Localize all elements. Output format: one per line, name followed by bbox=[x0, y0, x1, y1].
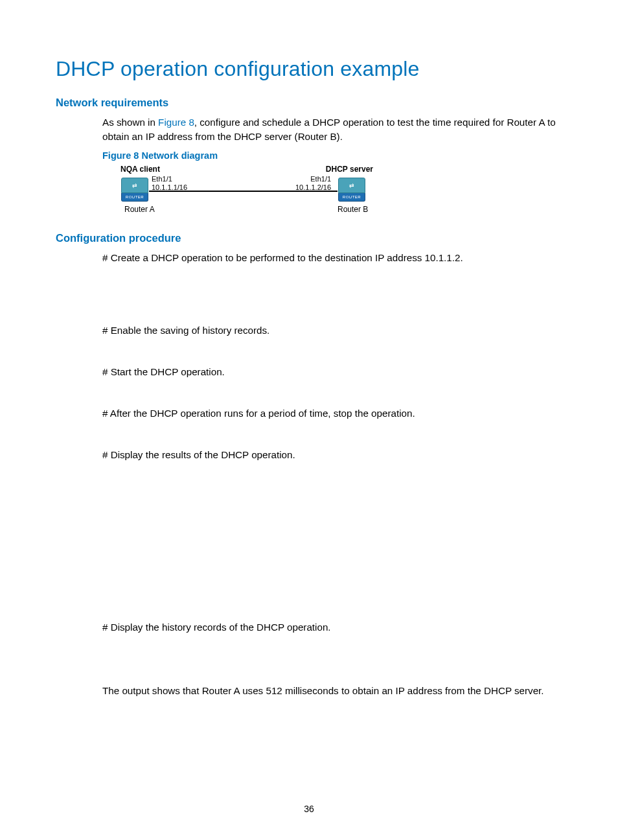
page-title: DHCP operation configuration example bbox=[56, 57, 562, 81]
router-arrows-icon: ⇄ bbox=[121, 178, 148, 193]
diagram-router-a-label: Router A bbox=[124, 205, 155, 214]
intro-paragraph: As shown in Figure 8, configure and sche… bbox=[56, 115, 562, 144]
router-arrows-icon: ⇄ bbox=[338, 178, 365, 193]
page: DHCP operation configuration example Net… bbox=[0, 0, 618, 840]
diagram-left-if: Eth1/1 bbox=[152, 175, 187, 183]
section-heading-configuration-procedure: Configuration procedure bbox=[56, 232, 562, 244]
diagram-label-client: NQA client bbox=[120, 165, 160, 174]
section-heading-network-requirements: Network requirements bbox=[56, 97, 562, 109]
router-a-icon: ⇄ ROUTER bbox=[120, 178, 149, 202]
diagram-right-if: Eth1/1 bbox=[295, 175, 331, 183]
diagram-interface-right: Eth1/1 10.1.1.2/16 bbox=[295, 175, 331, 191]
step-display-history: # Display the history records of the DHC… bbox=[102, 620, 562, 635]
diagram-label-server: DHCP server bbox=[326, 165, 373, 174]
step-start-operation: # Start the DHCP operation. bbox=[102, 365, 562, 379]
figure-caption: Figure 8 Network diagram bbox=[102, 150, 562, 161]
page-number: 36 bbox=[0, 804, 618, 814]
step-display-results: # Display the results of the DHCP operat… bbox=[102, 448, 562, 462]
router-badge: ROUTER bbox=[338, 193, 365, 202]
conclusion-text: The output shows that Router A uses 512 … bbox=[102, 684, 562, 698]
step-create-dhcp: # Create a DHCP operation to be performe… bbox=[102, 251, 562, 265]
step-stop-operation: # After the DHCP operation runs for a pe… bbox=[102, 406, 562, 421]
figure-reference-link[interactable]: Figure 8 bbox=[158, 117, 194, 128]
router-b-icon: ⇄ ROUTER bbox=[338, 178, 366, 202]
diagram-right-ip: 10.1.1.2/16 bbox=[295, 183, 331, 192]
intro-prefix: As shown in bbox=[102, 117, 158, 128]
step-enable-history: # Enable the saving of history records. bbox=[102, 323, 562, 338]
network-diagram: NQA client DHCP server ⇄ ROUTER Eth1/1 1… bbox=[120, 165, 393, 216]
diagram-router-b-label: Router B bbox=[338, 205, 368, 214]
diagram-interface-left: Eth1/1 10.1.1.1/16 bbox=[152, 175, 187, 191]
router-badge: ROUTER bbox=[121, 193, 148, 202]
